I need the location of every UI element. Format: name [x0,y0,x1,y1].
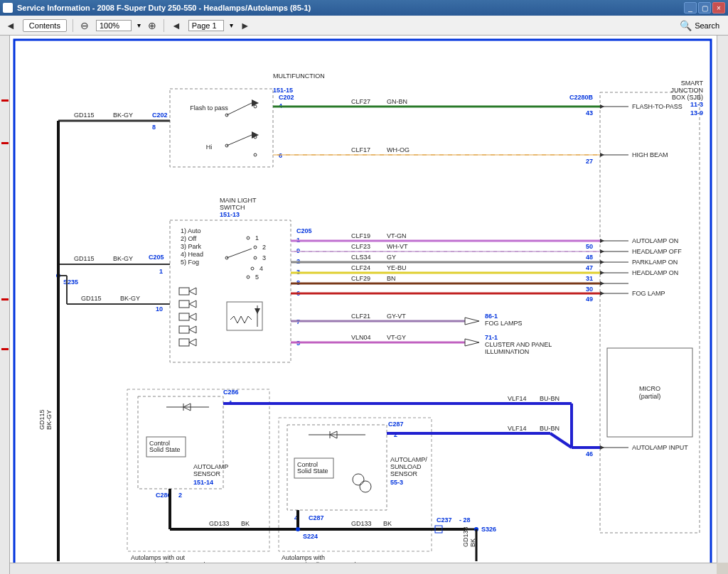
svg-text:BK-GY: BK-GY [46,410,53,430]
svg-text:C205: C205 [296,227,312,234]
toolbar: ◄ Contents ⊖ 100% ▾ ⊕ ◄ Page 1 ▾ ► 🔍 Sea… [0,16,728,36]
svg-text:C205: C205 [149,254,164,261]
svg-text:AUTOLAMP INPUT: AUTOLAMP INPUT [632,444,688,451]
svg-text:FLASH-TO-PASS: FLASH-TO-PASS [632,103,682,110]
next-page-icon[interactable]: ► [239,18,252,33]
svg-text:30: 30 [586,286,593,293]
svg-point-186 [296,527,300,531]
window-buttons: _ ▢ × [684,2,725,13]
svg-text:PARKLAMP ON: PARKLAMP ON [632,259,678,266]
svg-text:CLF17: CLF17 [351,146,370,153]
svg-text:Flash to pass: Flash to pass [190,104,228,112]
horizontal-scrollbar[interactable] [10,563,717,574]
svg-text:151-13: 151-13 [220,211,240,218]
svg-text:3: 3 [262,254,266,261]
scrollbar-corner [717,563,728,574]
svg-text:- 28: - 28 [459,516,471,524]
svg-text:1) Auto: 1) Auto [181,227,201,234]
vertical-scrollbar[interactable] [717,36,728,563]
svg-text:10: 10 [156,305,163,313]
svg-text:5) Fog: 5) Fog [181,259,199,266]
svg-text:BK: BK [241,520,250,527]
svg-point-161 [353,474,364,485]
title-bar: Service Information - 2008 F-Super Duty … [0,0,728,16]
svg-text:GD115: GD115 [81,295,102,302]
svg-text:ControlSolid State: ControlSolid State [297,461,328,475]
window-title: Service Information - 2008 F-Super Duty … [17,4,311,12]
svg-text:GD115: GD115 [38,409,46,430]
svg-text:3) Park: 3) Park [181,243,202,250]
svg-text:MAIN LIGHTSWITCH: MAIN LIGHTSWITCH [220,197,257,211]
svg-text:SMARTJUNCTIONBOX (SJB): SMARTJUNCTIONBOX (SJB) [671,80,704,101]
svg-text:CLF24: CLF24 [351,264,370,271]
svg-text:C287: C287 [309,514,324,521]
svg-text:55-3: 55-3 [390,479,403,486]
svg-text:C237: C237 [437,516,452,524]
svg-text:CLF21: CLF21 [351,313,370,320]
svg-text:CLS34: CLS34 [351,254,371,261]
svg-text:2: 2 [262,244,266,251]
diagram-canvas[interactable]: MULTIFUNCTION 151-15 Flash to pass Hi C2… [10,36,728,574]
chevron-down-icon[interactable]: ▾ [230,21,233,29]
svg-point-11 [254,153,257,156]
minimize-button[interactable]: _ [684,2,697,13]
zoom-out-icon[interactable]: ⊖ [79,18,90,33]
svg-line-60 [227,249,252,258]
svg-text:CLF27: CLF27 [351,98,370,105]
svg-text:9: 9 [296,247,300,254]
svg-text:C2280B: C2280B [569,94,594,101]
contents-button[interactable]: Contents [23,19,67,32]
svg-text:GD133: GD133 [462,526,469,547]
svg-text:YE-BU: YE-BU [387,264,407,271]
svg-text:1: 1 [159,268,163,275]
chevron-down-icon[interactable]: ▾ [137,21,141,29]
svg-text:13-9: 13-9 [690,109,703,117]
svg-text:1: 1 [255,234,259,242]
svg-text:151-15: 151-15 [273,87,293,94]
svg-text:27: 27 [586,158,593,165]
svg-rect-62 [179,300,189,308]
svg-text:CLF19: CLF19 [351,232,370,239]
page-field[interactable]: Page 1 [188,20,224,31]
svg-line-12 [227,135,252,146]
prev-page-icon[interactable]: ◄ [170,18,183,33]
search-button[interactable]: 🔍 Search [675,18,724,33]
close-button[interactable]: × [712,2,725,13]
svg-text:GD115: GD115 [74,255,95,262]
svg-text:C286: C286 [223,389,239,396]
svg-text:47: 47 [586,264,593,271]
svg-text:CLUSTER AND PANELILLUMINATION: CLUSTER AND PANELILLUMINATION [485,341,552,355]
svg-text:BU-BN: BU-BN [540,425,560,432]
svg-text:31: 31 [586,275,593,282]
svg-rect-65 [179,339,189,346]
svg-rect-63 [179,313,189,320]
svg-text:50: 50 [586,243,593,250]
svg-rect-18 [600,92,700,533]
svg-text:ControlSolid State: ControlSolid State [149,440,181,453]
svg-text:FOG LAMP: FOG LAMP [632,290,665,297]
svg-text:S326: S326 [481,526,496,533]
svg-text:5: 5 [255,274,259,281]
svg-text:BK-GY: BK-GY [120,295,140,302]
zoom-in-icon[interactable]: ⊕ [146,18,158,33]
svg-point-55 [251,267,254,270]
svg-text:GY: GY [387,254,396,261]
svg-text:46: 46 [586,450,593,457]
back-icon[interactable]: ◄ [4,18,17,33]
zoom-field[interactable]: 100% [96,20,132,31]
svg-rect-64 [179,326,189,333]
svg-text:GN-BN: GN-BN [387,98,407,105]
svg-text:2) Off: 2) Off [181,235,197,242]
svg-text:VLF14: VLF14 [508,395,527,402]
search-icon: 🔍 [680,20,692,31]
svg-text:VLN04: VLN04 [351,334,371,341]
svg-text:43: 43 [586,109,593,117]
svg-point-162 [360,481,371,492]
svg-text:4: 4 [259,265,263,272]
svg-text:C287: C287 [388,421,404,428]
wiring-diagram: MULTIFUNCTION 151-15 Flash to pass Hi C2… [10,36,728,574]
svg-text:6: 6 [279,152,282,159]
maximize-button[interactable]: ▢ [698,2,711,13]
svg-text:AUTOLAMP/SUNLOADSENSOR: AUTOLAMP/SUNLOADSENSOR [390,456,427,477]
svg-text:71-1: 71-1 [485,334,498,341]
